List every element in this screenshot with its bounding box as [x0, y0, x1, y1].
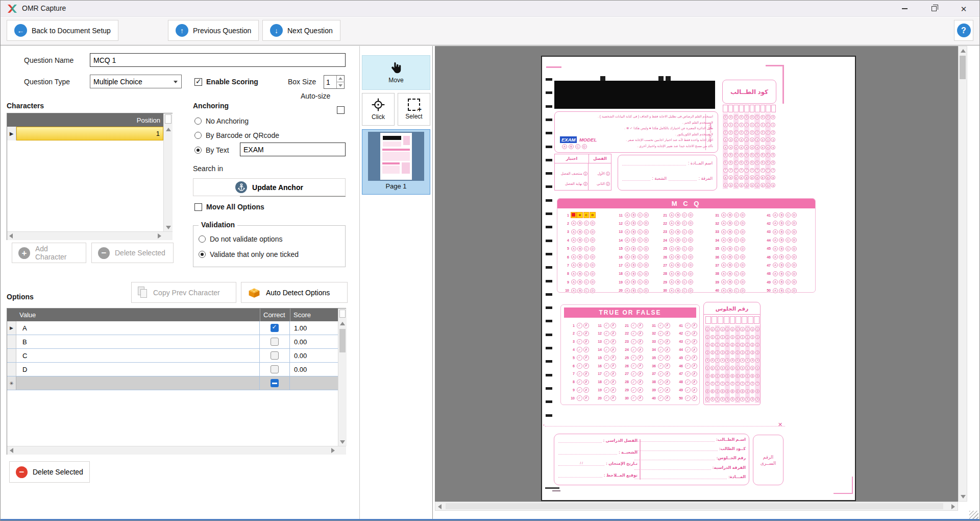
- auto-size-checkbox[interactable]: [337, 106, 345, 114]
- update-anchor-button[interactable]: Update Anchor: [193, 178, 346, 196]
- question-name-input[interactable]: MCQ 1: [90, 53, 346, 67]
- option-marker[interactable]: B: [577, 212, 583, 218]
- question-number: 15: [616, 247, 623, 250]
- preview-vscrollbar[interactable]: [958, 46, 967, 502]
- bubble: 2: [730, 343, 734, 347]
- options-hscrollbar[interactable]: [7, 446, 346, 455]
- box-size-spinner[interactable]: 1: [324, 75, 345, 89]
- character-row[interactable]: 1: [16, 127, 163, 140]
- preview-hscrollbar[interactable]: [435, 502, 958, 511]
- options-vscrollbar[interactable]: [338, 309, 347, 446]
- click-tool-button[interactable]: Click: [362, 93, 395, 126]
- bubble: D: [792, 246, 797, 251]
- question-type-dropdown[interactable]: Multiple Choice: [90, 75, 182, 88]
- close-button[interactable]: ✕: [952, 1, 975, 17]
- bubble: D: [740, 279, 745, 285]
- timing-mark: [546, 119, 552, 121]
- bubble: B: [779, 221, 784, 226]
- delete-character-button[interactable]: − Delete Selected: [91, 243, 174, 263]
- option-value-cell[interactable]: D: [16, 363, 260, 376]
- enable-scoring-checkbox[interactable]: Enable Scoring: [194, 78, 258, 86]
- add-character-button[interactable]: + Add Character: [12, 243, 86, 263]
- bubble: 3: [771, 137, 775, 142]
- option-marker-correct[interactable]: [571, 212, 577, 218]
- timing-mark: [546, 159, 552, 161]
- scroll-thumb[interactable]: [960, 56, 966, 79]
- delete-selected-button[interactable]: − Delete Selected: [9, 461, 90, 483]
- restore-button[interactable]: [922, 1, 946, 17]
- bubble: C: [638, 279, 643, 285]
- option-score-cell[interactable]: 0.00: [290, 335, 338, 348]
- move-tool-button[interactable]: Move: [362, 55, 430, 90]
- table-row[interactable]: C0.00: [7, 349, 338, 363]
- by-barcode-radio[interactable]: By Barcode or QRcode: [194, 131, 279, 139]
- option-marker[interactable]: D: [590, 212, 596, 218]
- spinner-buttons[interactable]: [336, 76, 344, 88]
- bubble: D: [688, 254, 693, 259]
- bubble: D: [740, 238, 745, 243]
- scroll-thumb[interactable]: [339, 329, 346, 352]
- option-value-cell[interactable]: [16, 376, 260, 390]
- back-to-document-setup-button[interactable]: ← Back to Document Setup: [7, 20, 118, 41]
- code-cell: [742, 316, 747, 324]
- true-bubble: ✓: [577, 339, 582, 345]
- table-row[interactable]: D0.00: [7, 363, 338, 376]
- next-question-button[interactable]: ↓ Next Question: [262, 20, 340, 41]
- true-bubble: ✓: [685, 355, 691, 361]
- page-1-tile[interactable]: Page 1: [362, 129, 430, 195]
- correct-checkbox[interactable]: [271, 338, 279, 346]
- correct-checkbox-indeterminate[interactable]: [271, 379, 279, 387]
- scroll-thumb[interactable]: [446, 503, 943, 509]
- option-score-cell[interactable]: 0.00: [290, 349, 338, 362]
- do-not-validate-radio[interactable]: Do not validate options: [199, 235, 282, 243]
- bubble: C: [734, 212, 739, 218]
- option-score-cell[interactable]: 0.00: [290, 363, 338, 376]
- anchor-text-input[interactable]: EXAM: [240, 143, 346, 156]
- document-preview-canvas[interactable]: كود الطــالب 000000000011111111112222222…: [435, 46, 958, 502]
- model-word: MODEL: [579, 137, 597, 143]
- copy-prev-character-button[interactable]: Copy Prev Character: [131, 282, 236, 303]
- option-correct-cell[interactable]: [260, 321, 290, 335]
- radio-icon: [194, 117, 202, 125]
- by-text-radio[interactable]: By Text: [194, 146, 229, 154]
- option-marker[interactable]: C: [583, 212, 590, 218]
- previous-question-button[interactable]: ↑ Previous Question: [168, 20, 259, 41]
- bubble: A: [721, 229, 726, 234]
- validate-one-radio[interactable]: Validate that only one ticked: [199, 250, 299, 258]
- table-row[interactable]: B0.00: [7, 335, 338, 349]
- auto-detect-options-button[interactable]: Auto Detect Options: [241, 282, 348, 303]
- option-value-cell[interactable]: C: [16, 349, 260, 362]
- no-anchoring-radio[interactable]: No Anchoring: [194, 117, 249, 125]
- characters-vscrollbar[interactable]: [163, 113, 173, 231]
- help-button[interactable]: ?: [954, 20, 973, 41]
- student-code-cells: [723, 105, 776, 112]
- bubble: D: [792, 238, 797, 243]
- select-tool-button[interactable]: + Select: [398, 93, 430, 126]
- bubble: D: [582, 144, 587, 149]
- option-correct-cell[interactable]: [260, 335, 290, 348]
- table-row[interactable]: ▶A1.00: [7, 321, 338, 335]
- new-row[interactable]: ✳: [7, 376, 338, 390]
- option-score-cell[interactable]: 1.00: [290, 321, 338, 335]
- option-correct-cell[interactable]: [260, 363, 290, 376]
- question-number: 49: [764, 280, 771, 284]
- option-value-cell[interactable]: B: [16, 335, 260, 348]
- bubble: B: [727, 238, 732, 243]
- correct-checkbox[interactable]: [271, 351, 279, 360]
- question-number: 12: [595, 331, 602, 335]
- option-correct-cell[interactable]: [260, 376, 290, 390]
- move-all-options-checkbox[interactable]: Move All Options: [194, 203, 264, 211]
- correct-checkbox[interactable]: [271, 324, 279, 332]
- bubble: 6: [740, 374, 744, 378]
- bubble: 4: [715, 358, 719, 362]
- scroll-right-icon: [951, 504, 955, 509]
- footer-field-line: [634, 465, 711, 470]
- box-size-label: Box Size: [288, 75, 316, 88]
- bubble: C: [786, 263, 791, 268]
- characters-hscrollbar[interactable]: [7, 231, 173, 240]
- minimize-button[interactable]: [893, 1, 916, 17]
- option-correct-cell[interactable]: [260, 349, 290, 362]
- correct-checkbox[interactable]: [271, 365, 279, 373]
- bubble: 2: [755, 130, 760, 135]
- option-value-cell[interactable]: A: [16, 321, 260, 335]
